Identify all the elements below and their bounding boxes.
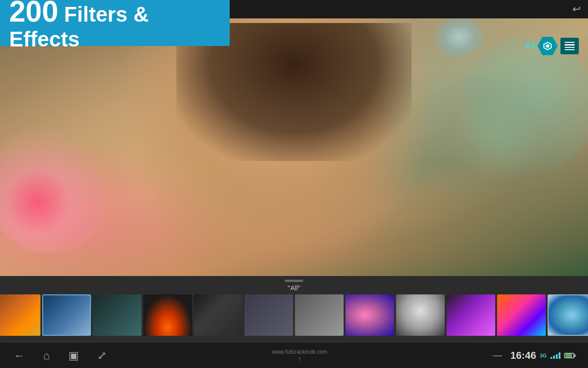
wifi-signal-icon [550,352,560,359]
filter-thumb-2[interactable] [42,294,91,336]
header-number: 200 [9,0,58,28]
filter-thumb-6[interactable] [244,294,293,336]
network-icon: 3G [540,353,547,358]
bottom-nav: ← ⌂ ▣ ⤢ www.fullcrackindir.com ↑ — 16:46… [0,343,588,368]
battery-icon [564,353,574,358]
grid-line-1 [565,42,575,43]
category-label[interactable]: "All" [288,284,300,292]
flare-right-secondary [450,92,542,184]
back-icon-top[interactable]: ↩ [572,3,581,15]
website-label: www.fullcrackindir.com [272,349,328,355]
battery-tip [574,354,576,357]
svg-marker-1 [546,44,549,48]
filter-thumb-7[interactable] [295,294,344,336]
filter-strip [0,294,588,336]
filter-thumb-5[interactable] [194,294,243,336]
crown-sparkle [432,14,487,60]
home-button[interactable]: ⌂ [43,349,50,362]
filter-thumb-12[interactable] [548,294,588,336]
filter-thumb-9[interactable] [396,294,445,336]
grid-view-button[interactable] [560,38,579,54]
recent-apps-button[interactable]: ▣ [68,349,79,362]
nav-right-group: — 16:46 3G [493,350,574,362]
header-banner: 200 Filters & Effects [0,0,230,46]
wifi-bar-3 [556,354,558,359]
drag-handle[interactable] [285,280,303,282]
filter-thumb-4[interactable] [143,294,192,336]
grid-line-2 [565,44,575,45]
filter-thumb-3[interactable] [93,294,141,336]
grid-line-4 [565,49,575,50]
dot-row [526,44,535,48]
grid-line-3 [565,47,575,48]
minus-button[interactable]: — [493,350,502,361]
wifi-bar-1 [550,357,552,359]
wifi-bar-4 [559,352,560,359]
dot-1 [526,44,530,48]
view-toggle [526,37,579,55]
back-button[interactable]: ← [14,349,25,362]
wifi-bar-2 [553,356,555,359]
hex-icon [543,42,552,50]
battery-fill [565,354,572,357]
header-title: 200 Filters & Effects [9,0,220,51]
filter-thumb-11[interactable] [497,294,546,336]
time-display: 16:46 [510,350,536,362]
dot-2 [531,44,535,48]
nav-left-group: ← ⌂ ▣ ⤢ [14,349,107,362]
fullscreen-button[interactable]: ⤢ [97,349,107,362]
up-icon: ↑ [272,355,328,362]
filter-thumb-8[interactable] [345,294,394,336]
nav-center-group: www.fullcrackindir.com ↑ [272,349,328,362]
grid-lines-icon [565,42,575,50]
filter-thumb-1[interactable] [0,294,40,336]
filter-thumb-10[interactable] [447,294,495,336]
hex-view-button[interactable] [537,37,558,55]
